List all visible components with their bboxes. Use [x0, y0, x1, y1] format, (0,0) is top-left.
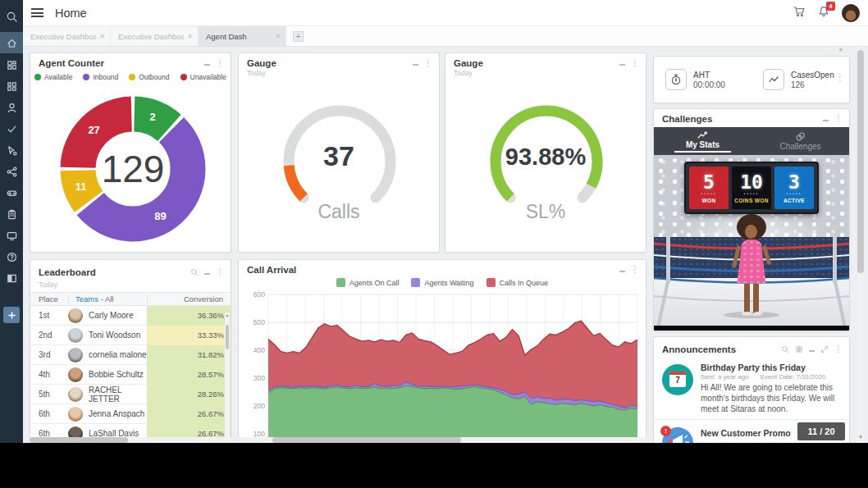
event-date: Event Date: 7/31/2020 — [761, 373, 826, 381]
chart-legend: Agents On CallAgents WaitingCalls In Que… — [239, 278, 646, 287]
home-icon — [6, 37, 18, 49]
close-tab-icon[interactable]: ✕ — [99, 33, 105, 40]
donut-legend: AvailableInboundOutboundUnavailable — [30, 73, 231, 81]
sidebar-item-panels[interactable] — [0, 268, 23, 288]
row-place: 1st — [30, 311, 68, 320]
sidebar-item-agents[interactable] — [0, 98, 23, 117]
leaderboard-header-row: Place Teams - All Conversion — [30, 292, 231, 306]
kpi-items: AHT00:00:00 CasesOpen126 — [654, 57, 849, 103]
announcements-widget: Announcements ⋮ 7 Birthday Party this Fr… — [653, 336, 850, 443]
kpi-casesopen[interactable]: CasesOpen126 — [763, 69, 834, 90]
challenges-tab-1[interactable]: Challenges — [752, 127, 849, 155]
main-vertical-scrollbar[interactable]: ▼ — [857, 47, 864, 443]
widget-title: Challenges — [662, 114, 712, 124]
challenges-tab-0[interactable]: My Stats — [654, 127, 752, 155]
legend-item[interactable]: Calls In Queue — [487, 278, 549, 287]
legend-item[interactable]: Outbound — [129, 73, 169, 81]
notifications-bell-icon[interactable]: 4 — [817, 5, 830, 21]
sidebar-item-designer[interactable] — [0, 140, 23, 160]
kebab-menu-icon[interactable]: ⋮ — [631, 60, 639, 66]
sidebar-item-games[interactable] — [0, 183, 23, 203]
dashboard-icon — [6, 59, 18, 71]
leaderboard-horizontal-scrollbar[interactable] — [30, 437, 231, 443]
add-tab-button[interactable]: + — [293, 31, 304, 42]
agent-name: Toni Woodson — [89, 331, 140, 340]
expand-icon[interactable] — [820, 342, 829, 357]
kpi-aht[interactable]: AHT00:00:00 — [665, 69, 725, 90]
sidebar-item-share[interactable] — [0, 162, 23, 181]
sidebar-item-help[interactable] — [0, 247, 23, 267]
chart-horizontal-scrollbar[interactable] — [238, 437, 646, 443]
search-icon — [6, 11, 18, 23]
top-bar: Home 4 — [23, 0, 868, 26]
minimize-icon[interactable] — [619, 267, 625, 272]
announcement-item[interactable]: 7 Birthday Party this Friday Sent: a yea… — [654, 357, 849, 420]
stat-label: WON — [701, 198, 715, 203]
dashboard-tab-0[interactable]: Executive Dashboard - O...✕ — [23, 26, 111, 46]
sidebar-item-forms[interactable] — [0, 204, 23, 224]
stat-label: ACTIVE — [783, 198, 805, 203]
user-avatar[interactable] — [842, 4, 860, 22]
sidebar-item-home[interactable] — [0, 32, 23, 53]
agent-name: Jenna Anspach — [89, 409, 144, 418]
minimize-icon[interactable] — [619, 61, 625, 66]
legend-item[interactable]: Inbound — [83, 73, 118, 81]
legend-item[interactable]: Available — [34, 73, 72, 81]
close-widget-icon[interactable]: ✕ — [838, 47, 843, 53]
kebab-menu-icon[interactable]: ⋮ — [424, 60, 432, 66]
minimize-icon[interactable] — [413, 61, 418, 66]
agent-counter-donut-chart: 2891127129 — [51, 91, 215, 247]
close-tab-icon[interactable]: ✕ — [275, 33, 281, 40]
minimize-icon[interactable] — [204, 270, 210, 275]
kebab-menu-icon[interactable]: ⋮ — [631, 267, 639, 273]
kebab-menu-icon[interactable]: ⋮ — [216, 269, 224, 276]
column-teams[interactable]: Teams - All — [68, 294, 147, 303]
scene-bottom-bar — [654, 326, 849, 331]
dashboard-tab-bar: Executive Dashboard - O...✕Executive Das… — [23, 26, 868, 47]
menu-icon[interactable] — [31, 7, 43, 20]
kebab-menu-icon[interactable]: ⋮ — [834, 346, 843, 353]
close-tab-icon[interactable]: ✕ — [187, 33, 193, 40]
dashboard-tab-2[interactable]: Agent Dash✕ — [199, 26, 286, 46]
challenge-scoreboard: 5 ••••• WON 10 ••••• COINS WON 3 ••••• A… — [684, 162, 819, 214]
column-place[interactable]: Place — [30, 294, 68, 303]
stat-panel: 3 ••••• ACTIVE — [774, 166, 814, 209]
legend-item[interactable]: Agents Waiting — [411, 278, 473, 287]
panels-icon — [6, 272, 18, 285]
sidebar-item-tasks[interactable] — [0, 119, 23, 139]
sent-date: Sent: a year ago — [701, 373, 749, 381]
legend-dot — [83, 74, 89, 80]
leaderboard-scrollbar[interactable]: ▲ — [225, 312, 230, 442]
sidebar-item-search[interactable] — [0, 7, 23, 26]
avatar-face — [745, 225, 757, 239]
search-icon[interactable] — [781, 342, 789, 357]
minimize-icon[interactable] — [809, 347, 815, 352]
kebab-menu-icon[interactable]: ⋮ — [834, 116, 843, 122]
legend-item[interactable]: Unavailable — [180, 73, 226, 81]
sidebar-item-dashboard[interactable] — [0, 55, 23, 75]
legend-item[interactable]: Agents On Call — [336, 278, 400, 287]
sidebar-item-dashboard-alt[interactable] — [0, 76, 23, 96]
grid-view-icon[interactable] — [795, 342, 803, 357]
dashboard-tab-1[interactable]: Executive Dashboard✕ — [111, 26, 199, 46]
call-arrival-area-chart: 100200300400500600 — [244, 291, 642, 443]
forms-icon — [6, 208, 18, 221]
column-conversion[interactable]: Conversion — [147, 294, 231, 303]
agent-avatar — [68, 348, 83, 363]
sidebar-item-monitor[interactable] — [0, 226, 23, 245]
designer-icon — [6, 144, 18, 157]
leaderboard-rows: 1st Carly Moore 36.36% 2nd Toni Woodson … — [30, 306, 231, 443]
sidebar-item-add[interactable] — [3, 307, 20, 323]
row-place: 3rd — [30, 350, 68, 359]
cart-icon[interactable] — [793, 5, 806, 21]
agents-icon — [6, 102, 18, 114]
segment-value: 11 — [75, 180, 87, 193]
row-conversion: 28.26% — [147, 385, 231, 404]
search-icon[interactable] — [190, 265, 199, 280]
minimize-icon[interactable] — [823, 116, 829, 121]
kebab-menu-icon[interactable]: ⋮ — [216, 60, 224, 66]
minimize-icon[interactable] — [204, 61, 210, 66]
challenges-tabs: My StatsChallenges — [654, 127, 849, 155]
add-icon — [6, 309, 18, 322]
kebab-menu-icon[interactable]: ⋮ — [836, 75, 844, 81]
